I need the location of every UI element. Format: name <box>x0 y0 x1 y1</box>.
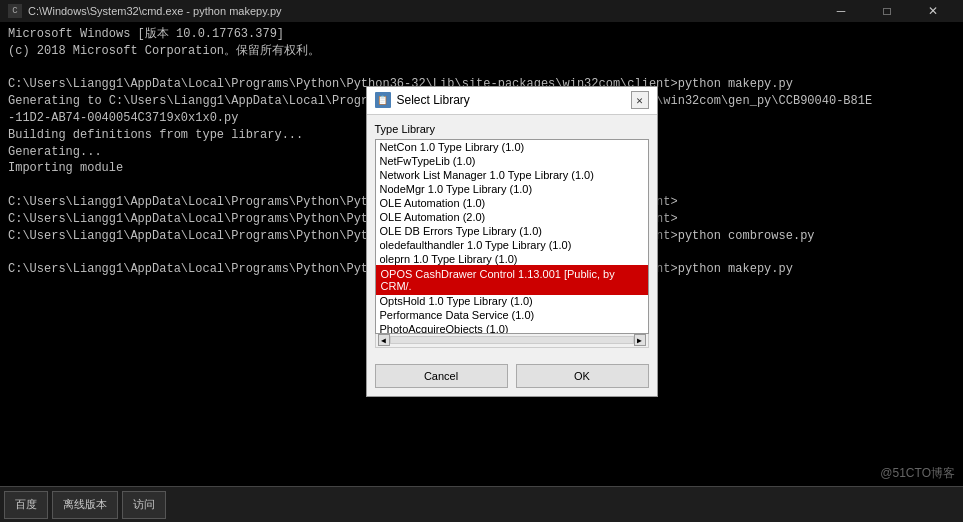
dialog-close-button[interactable]: ✕ <box>631 91 649 109</box>
list-item[interactable]: OLE DB Errors Type Library (1.0) <box>376 224 648 238</box>
select-library-dialog: 📋 Select Library ✕ Type Library NetCon 1… <box>366 86 658 397</box>
scroll-right-arrow[interactable]: ▶ <box>634 334 646 346</box>
type-library-label: Type Library <box>375 123 649 135</box>
list-item[interactable]: NetCon 1.0 Type Library (1.0) <box>376 140 648 154</box>
cmd-window-controls: ─ □ ✕ <box>819 0 955 22</box>
cmd-line <box>8 60 955 77</box>
hscroll-track[interactable] <box>390 336 634 344</box>
list-item[interactable]: oledefaulthandler 1.0 Type Library (1.0) <box>376 238 648 252</box>
list-item[interactable]: oleprn 1.0 Type Library (1.0) <box>376 252 648 266</box>
cmd-title: C:\Windows\System32\cmd.exe - python mak… <box>28 5 819 17</box>
dialog-titlebar: 📋 Select Library ✕ <box>367 87 657 115</box>
list-item[interactable]: Performance Data Service (1.0) <box>376 308 648 322</box>
maximize-button[interactable]: □ <box>865 0 909 22</box>
list-item[interactable]: NetFwTypeLib (1.0) <box>376 154 648 168</box>
taskbar-item-baidu[interactable]: 百度 <box>4 491 48 519</box>
list-item[interactable]: OptsHold 1.0 Type Library (1.0) <box>376 294 648 308</box>
dialog-icon: 📋 <box>375 92 391 108</box>
dialog-footer: Cancel OK <box>367 356 657 396</box>
scroll-left-arrow[interactable]: ◀ <box>378 334 390 346</box>
cancel-button[interactable]: Cancel <box>375 364 508 388</box>
cmd-line: Microsoft Windows [版本 10.0.17763.379] <box>8 26 955 43</box>
minimize-button[interactable]: ─ <box>819 0 863 22</box>
type-library-listbox[interactable]: NetCon 1.0 Type Library (1.0)NetFwTypeLi… <box>375 139 649 334</box>
ok-button[interactable]: OK <box>516 364 649 388</box>
taskbar-item-visit[interactable]: 访问 <box>122 491 166 519</box>
list-item[interactable]: OLE Automation (2.0) <box>376 210 648 224</box>
horizontal-scrollbar[interactable]: ◀ ▶ <box>375 334 649 348</box>
taskbar-item-offline[interactable]: 离线版本 <box>52 491 118 519</box>
list-item[interactable]: PhotoAcquireObjects (1.0) <box>376 322 648 334</box>
list-item[interactable]: NodeMgr 1.0 Type Library (1.0) <box>376 182 648 196</box>
close-button[interactable]: ✕ <box>911 0 955 22</box>
cmd-titlebar: C C:\Windows\System32\cmd.exe - python m… <box>0 0 963 22</box>
list-item[interactable]: OPOS CashDrawer Control 1.13.001 [Public… <box>376 266 648 294</box>
cmd-icon: C <box>8 4 22 18</box>
watermark: @51CTO博客 <box>880 465 955 482</box>
dialog-title: Select Library <box>397 93 631 107</box>
list-item[interactable]: Network List Manager 1.0 Type Library (1… <box>376 168 648 182</box>
dialog-body: Type Library NetCon 1.0 Type Library (1.… <box>367 115 657 356</box>
list-item[interactable]: OLE Automation (1.0) <box>376 196 648 210</box>
taskbar: 百度 离线版本 访问 <box>0 486 963 522</box>
cmd-line: (c) 2018 Microsoft Corporation。保留所有权利。 <box>8 43 955 60</box>
